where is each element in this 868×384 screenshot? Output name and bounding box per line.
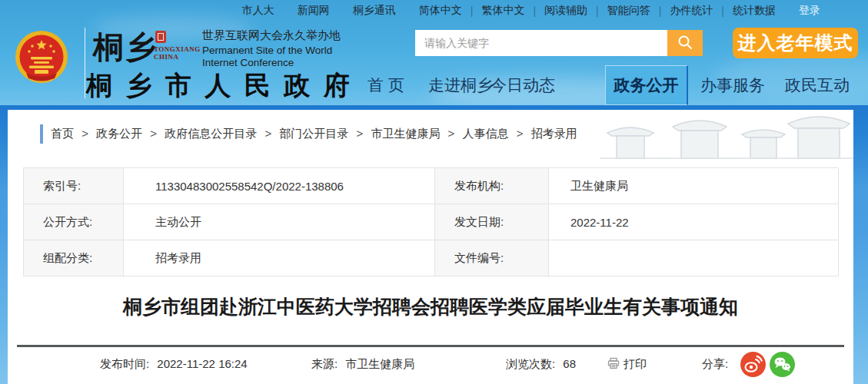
calligraphy-logo: 桐乡 [93,26,158,68]
meta-value-category: 招考录用 [124,240,435,276]
view-count: 浏览次数: 68 [506,357,576,372]
source: 来源: 市卫生健康局 [311,357,414,372]
title-divider [17,345,844,347]
print-button[interactable]: 打印 [607,357,647,372]
elder-mode-button[interactable]: 进入老年模式 [733,28,858,58]
printer-icon [607,357,620,372]
meta-label-index-no: 索引号: [24,168,124,204]
separator: | [659,5,662,17]
meta-label-document-no: 文件编号: [435,240,549,276]
search-input[interactable] [415,30,667,56]
breadcrumb-separator: > [517,127,524,140]
architecture-watermark [600,110,853,159]
nav-about-tongxiang[interactable]: 走进桐乡 [428,74,493,96]
topbar-link-case-stats[interactable]: 办件统计 [670,4,713,18]
source-label: 来源: [311,357,338,370]
publish-time-label: 发布时间: [100,357,149,370]
slogan-cn: 世界互联网大会永久举办地 [202,28,341,43]
breadcrumb-recruitment[interactable]: 招考录用 [531,127,577,140]
breadcrumb-info-catalog[interactable]: 政府信息公开目录 [165,127,257,140]
breadcrumb-separator: > [357,127,364,140]
meta-label-issue-date: 发文日期: [435,204,549,240]
search-button[interactable] [667,30,703,56]
print-label: 打印 [624,357,647,372]
weibo-share-icon[interactable] [740,352,766,377]
content-card: 首页 > 政务公开 > 政府信息公开目录 > 部门公开目录 > 市卫生健康局 >… [8,110,853,384]
separator: | [596,5,599,17]
article-title: 桐乡市组团赴浙江中医药大学招聘会招聘医学类应届毕业生有关事项通知 [8,294,853,319]
logo-divider [85,28,85,98]
breadcrumb-gov-disclosure[interactable]: 政务公开 [96,127,142,140]
share-label: 分享: [702,357,728,372]
utility-bar: 市人大 新闻网 桐乡通讯 简体中文 | 繁体中文 | 阅读辅助 | 智能问答 |… [0,4,820,18]
view-count-value: 68 [563,357,576,370]
breadcrumb-dept-catalog[interactable]: 部门公开目录 [279,127,348,140]
red-seal-icon [155,31,166,43]
meta-value-disclosure-method: 主动公开 [124,204,435,240]
nav-interaction[interactable]: 政民互动 [785,74,850,96]
breadcrumb-separator: > [448,127,455,140]
meta-label-category: 组配分类: [24,240,124,276]
publish-time: 发布时间: 2022-11-22 16:24 [100,357,248,372]
meta-label-issuing-agency: 发布机构: [435,168,549,204]
topbar-link-reading-aid[interactable]: 阅读辅助 [544,4,587,18]
seal-caption-line1: TONGXIANG [154,45,201,53]
topbar-link-statistics[interactable]: 统计数据 [733,4,776,18]
national-emblem-icon [14,28,69,90]
topbar-link-traditional[interactable]: 繁体中文 [481,4,524,18]
nav-home[interactable]: 首 页 [367,74,404,96]
topbar-link-tongxiang-news[interactable]: 桐乡通讯 [353,4,396,18]
nav-gov-disclosure-label: 政务公开 [614,74,679,96]
search-icon [677,34,693,53]
site-header: 市人大 新闻网 桐乡通讯 简体中文 | 繁体中文 | 阅读辅助 | 智能问答 |… [0,0,868,105]
breadcrumb-separator: > [150,127,157,140]
seal-caption: TONGXIANG CHINA [154,45,201,61]
meta-value-issue-date: 2022-11-22 [549,204,839,240]
breadcrumb: 首页 > 政务公开 > 政府信息公开目录 > 部门公开目录 > 市卫生健康局 >… [51,127,577,141]
meta-value-document-no [549,240,839,276]
breadcrumb-home[interactable]: 首页 [51,127,74,140]
source-value: 市卫生健康局 [345,357,414,370]
site-title: 桐 乡 市 人 民 政 府 [86,68,353,104]
wechat-share-icon[interactable] [770,352,795,377]
topbar-link-simplified[interactable]: 简体中文 [419,4,462,18]
topbar-link-news[interactable]: 新闻网 [298,4,330,18]
separator: | [533,5,536,17]
document-meta-table: 索引号: 11330483002558542Q/2022-138806 发布机构… [23,167,838,276]
separator: | [721,5,724,17]
breadcrumb-personnel-info[interactable]: 人事信息 [463,127,509,140]
seal-caption-line2: CHINA [154,53,201,61]
nav-gov-disclosure[interactable]: 政务公开 [605,65,688,105]
nav-today-news[interactable]: 今日动态 [491,74,555,96]
topbar-link-renda[interactable]: 市人大 [242,4,274,18]
topbar-link-smart-qa[interactable]: 智能问答 [607,4,650,18]
wic-slogan: 世界互联网大会永久举办地 Permanent Site of the World… [202,28,341,69]
breadcrumb-separator: > [81,127,88,140]
separator: | [471,5,474,17]
meta-label-disclosure-method: 公开方式: [24,204,124,240]
login-link[interactable]: 登录 [799,4,820,18]
publish-time-value: 2022-11-22 16:24 [157,357,247,370]
breadcrumb-separator: > [264,127,271,140]
meta-value-issuing-agency: 卫生健康局 [549,168,839,204]
breadcrumb-accent-bar [40,124,43,144]
slogan-en-line1: Permanent Site of the World [202,45,341,57]
page: 市人大 新闻网 桐乡通讯 简体中文 | 繁体中文 | 阅读辅助 | 智能问答 |… [0,0,868,384]
slogan-en-line2: Internet Conference [202,57,341,69]
breadcrumb-health-bureau[interactable]: 市卫生健康局 [371,127,440,140]
meta-value-index-no: 11330483002558542Q/2022-138806 [124,168,435,204]
view-count-label: 浏览次数: [506,357,555,370]
nav-services[interactable]: 办事服务 [700,74,765,96]
